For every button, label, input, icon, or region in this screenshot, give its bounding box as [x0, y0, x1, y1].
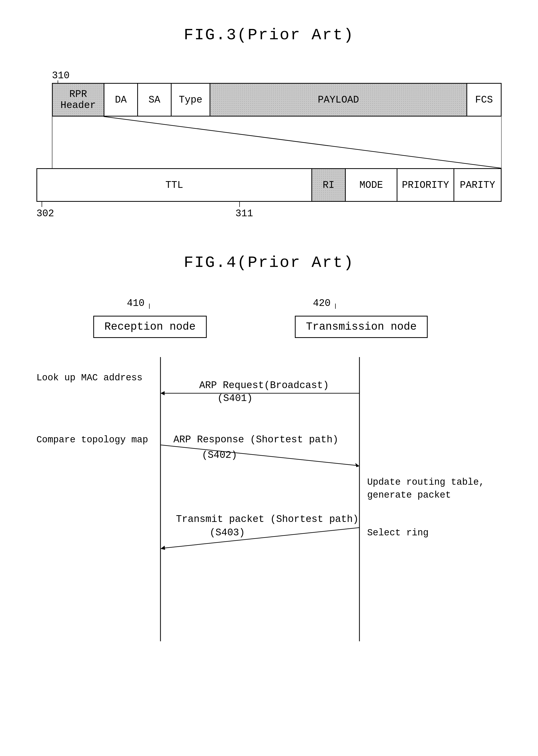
cell-parity: PARITY — [454, 169, 501, 201]
label-410: 410 — [127, 298, 144, 309]
svg-line-4 — [104, 117, 502, 168]
cell-fcs: FCS — [467, 84, 501, 116]
page-container: FIG.3(Prior Art) 310 RPRHeader DA SA — [0, 0, 538, 657]
sequence-svg: ARP Request(Broadcast) (S401) ARP Respon… — [36, 357, 502, 641]
svg-text:ARP Request(Broadcast): ARP Request(Broadcast) — [199, 380, 329, 391]
sequence-diagram: Look up MAC address Compare topology map… — [36, 357, 502, 641]
cell-ri: RI — [312, 169, 346, 201]
packet-frame-top: RPRHeader DA SA Type PAYLOAD FCS — [52, 83, 502, 117]
label-302: 302 — [36, 208, 54, 219]
cell-rpr: RPRHeader — [53, 84, 104, 116]
label-420: 420 — [313, 298, 331, 309]
svg-line-15 — [162, 528, 359, 548]
svg-text:ARP Response (Shortest path): ARP Response (Shortest path) — [173, 434, 339, 445]
svg-text:(S403): (S403) — [210, 527, 245, 538]
label-311: 311 — [236, 208, 253, 219]
cell-da: DA — [104, 84, 138, 116]
label-310: 310 — [52, 70, 70, 81]
cell-ttl: TTL — [37, 169, 312, 201]
cell-payload: PAYLOAD — [210, 84, 467, 116]
fig4-diagram: 410 420 Reception node — [36, 298, 502, 641]
fig4-title: FIG.4(Prior Art) — [21, 253, 517, 272]
svg-text:(S401): (S401) — [217, 393, 253, 404]
svg-marker-8 — [160, 391, 165, 395]
expansion-lines — [52, 117, 502, 168]
fig3-section: FIG.3(Prior Art) 310 RPRHeader DA SA — [21, 26, 517, 223]
cell-type: Type — [172, 84, 210, 116]
cell-priority: PRIORITY — [398, 169, 454, 201]
svg-text:Transmit packet (Shortest path: Transmit packet (Shortest path) — [176, 514, 359, 525]
svg-marker-16 — [160, 546, 165, 550]
cell-sa: SA — [138, 84, 172, 116]
transmission-node-box: Transmission node — [295, 316, 428, 338]
svg-text:(S402): (S402) — [202, 450, 237, 461]
svg-line-11 — [160, 445, 358, 466]
reception-node-box: Reception node — [93, 316, 207, 338]
packet-frame-bottom: TTL RI MODE PRIORITY PARITY — [36, 168, 502, 202]
fig3-diagram: 310 RPRHeader DA SA Type PAYL — [36, 65, 502, 223]
fig3-title: FIG.3(Prior Art) — [21, 26, 517, 44]
fig4-section: FIG.4(Prior Art) 410 420 — [21, 253, 517, 641]
cell-mode: MODE — [346, 169, 398, 201]
svg-marker-12 — [355, 463, 359, 467]
